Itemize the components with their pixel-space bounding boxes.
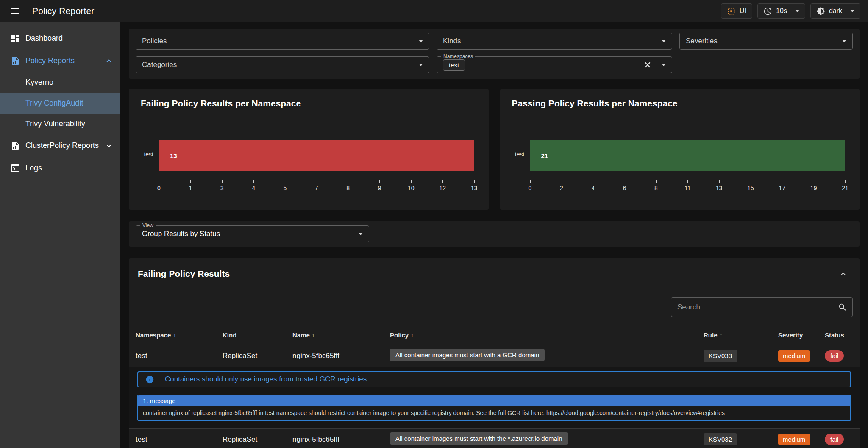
categories-select-label: Categories [142,61,177,69]
axis-tick-mark [656,180,657,183]
caret-down-icon [359,233,363,235]
axis-tick-label: 10 [408,185,415,192]
column-header-severity[interactable]: Severity [778,331,825,339]
axis-tick-mark [474,180,475,183]
column-header-policy[interactable]: Policy↑ [390,331,704,339]
axis-tick-mark [348,180,348,183]
view-select-label: View [140,223,156,228]
axis-tick-mark [562,180,562,183]
sidebar-item-clusterpolicy-reports[interactable]: ClusterPolicy Reports [0,134,120,157]
sidebar-item-trivy-vulnerability[interactable]: Trivy Vulnerability [0,114,120,134]
sidebar-item-label: Policy Reports [25,56,104,65]
sort-asc-icon: ↑ [411,331,414,338]
axis-tick-mark [159,180,159,183]
chart-plot-area: 13 01345789101213 [159,128,474,180]
caret-down-icon [842,40,846,42]
severities-select[interactable]: Severities [679,33,853,50]
axis-tick-label: 4 [252,185,255,192]
status-badge: fail [825,350,844,362]
sidebar: Dashboard Policy Reports Kyverno Trivy C… [0,22,120,448]
search-input[interactable] [677,303,838,312]
axis-tick-label: 0 [157,185,161,192]
axis-tick-label: 6 [623,185,626,192]
policy-description-text: Containers should only use images from t… [165,375,369,384]
result-message-text: container nginx of replicaset nginx-5fbc… [138,406,850,420]
collapse-icon[interactable] [838,269,848,279]
policies-select[interactable]: Policies [136,33,429,50]
file-chart-icon [10,56,20,66]
chart-bar-value: 13 [170,152,177,159]
row-expansion-panel: Containers should only use images from t… [129,367,860,428]
kinds-select[interactable]: Kinds [437,33,672,50]
sort-asc-icon: ↑ [173,331,176,338]
clock-icon [763,7,772,16]
refresh-interval-select[interactable]: 10s [757,3,805,19]
search-box [671,297,853,317]
column-header-rule[interactable]: Rule↑ [704,331,778,339]
clear-icon[interactable] [643,60,652,70]
cell-namespace: test [136,352,223,360]
results-header: Failing Policy Results [129,258,860,289]
categories-select[interactable]: Categories [136,56,429,73]
axis-tick-label: 17 [779,185,786,192]
column-header-namespace[interactable]: Namespace↑ [136,331,223,339]
column-header-kind[interactable]: Kind [223,331,292,339]
sidebar-item-kyverno[interactable]: Kyverno [0,72,120,93]
namespaces-select[interactable]: Namespaces test [437,56,672,73]
chart-bar-value: 21 [541,152,548,159]
axis-tick-mark [442,180,443,183]
sidebar-item-policy-reports[interactable]: Policy Reports [0,50,120,72]
failing-chart-card: Failing Policy Results per Namespace tes… [129,89,489,210]
sidebar-item-logs[interactable]: Logs [0,157,120,179]
menu-icon[interactable] [9,6,20,17]
charts-row: Failing Policy Results per Namespace tes… [129,89,860,210]
axis-tick-mark [687,180,688,183]
sidebar-item-label: Logs [25,164,114,173]
chart-title: Failing Policy Results per Namespace [141,98,477,109]
caret-down-icon [850,10,854,12]
theme-select[interactable]: dark [810,3,860,19]
rule-chip[interactable]: KSV033 [704,350,737,362]
sidebar-item-label: Trivy ConfigAudit [25,99,83,108]
axis-tick-mark [285,180,285,183]
axis-tick-label: 2 [560,185,563,192]
caret-down-icon [419,40,423,42]
axis-tick-label: 12 [439,185,446,192]
axis-tick-mark [317,180,317,183]
theme-icon [816,7,825,16]
severity-badge: medium [778,434,810,445]
view-select[interactable]: View Group Results by Status [136,225,369,242]
column-header-status[interactable]: Status [825,331,853,339]
table-row[interactable]: test ReplicaSet nginx-5fbc65fff All cont… [129,345,860,367]
axis-tick-mark [190,180,191,183]
cell-kind: ReplicaSet [223,435,292,444]
column-header-name[interactable]: Name↑ [292,331,390,339]
axis-tick-mark [253,180,254,183]
axis-tick-mark [782,180,782,183]
ui-version-button[interactable]: UI [721,3,752,19]
chart-bar[interactable]: 21 [530,140,846,171]
search-icon[interactable] [838,303,847,312]
namespaces-select-label: Namespaces [441,53,475,59]
view-card: View Group Results by Status [129,221,860,247]
status-badge: fail [825,434,844,445]
policy-chip[interactable]: All container images must start with the… [390,432,568,445]
axis-tick-label: 13 [471,185,478,192]
sidebar-item-trivy-configaudit[interactable]: Trivy ConfigAudit [0,93,120,114]
axis-tick-label: 0 [529,185,532,192]
info-icon [145,375,154,384]
ui-version-icon [727,7,736,16]
main-content: Policies Kinds Severities Categories Nam… [120,22,868,448]
namespace-chip[interactable]: test [443,59,465,71]
table-row[interactable]: test ReplicaSet nginx-5fbc65fff All cont… [129,428,860,448]
failing-bar-chart: test 13 01345789101213 [159,128,474,180]
sidebar-item-dashboard[interactable]: Dashboard [0,27,120,50]
dashboard-icon [10,33,20,44]
caret-down-icon [662,64,666,66]
sidebar-item-label: Trivy Vulnerability [25,120,85,128]
policy-chip[interactable]: All container images must start with a G… [390,349,545,361]
severity-badge: medium [778,350,810,362]
rule-chip[interactable]: KSV032 [704,433,737,445]
app-title: Policy Reporter [32,6,95,16]
chart-bar[interactable]: 13 [159,140,474,171]
